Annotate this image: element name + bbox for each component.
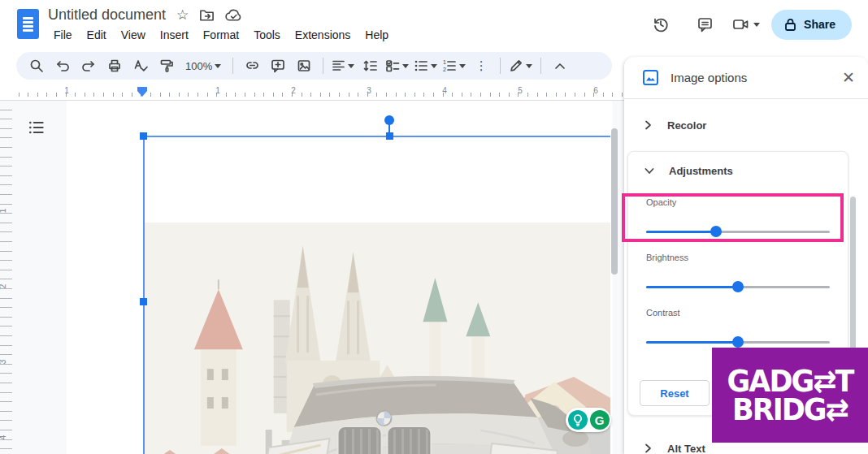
indent-marker[interactable]	[137, 87, 147, 97]
menu-format[interactable]: Format	[197, 27, 245, 43]
v-ruler-mark: 4	[0, 435, 7, 440]
suggestion-lightbulb-icon[interactable]	[568, 410, 588, 430]
rotation-handle[interactable]	[384, 115, 394, 125]
show-outline-button[interactable]	[28, 116, 50, 139]
menu-edit[interactable]: Edit	[81, 27, 112, 43]
share-button[interactable]: Share	[771, 10, 852, 40]
document-image[interactable]: M XA134E	[144, 223, 610, 454]
section-adjustments[interactable]: Adjustments	[628, 152, 848, 189]
more-options-button[interactable]: ⋮	[471, 55, 492, 76]
chevron-down-icon	[644, 166, 654, 175]
join-call-button[interactable]	[732, 17, 760, 32]
history-icon	[652, 15, 670, 33]
undo-icon	[55, 58, 70, 73]
horizontal-ruler: 1123456	[0, 85, 624, 101]
chevron-right-icon	[644, 443, 653, 453]
menu-file[interactable]: File	[48, 27, 78, 43]
gadget-bridge-watermark: GADG⇄T BRIDG⇄	[712, 348, 868, 443]
spell-check-button[interactable]	[130, 55, 151, 76]
toolbar-divider	[323, 58, 323, 74]
editing-mode-button[interactable]	[509, 55, 532, 76]
bulleted-list-button[interactable]	[414, 55, 437, 76]
menu-extensions[interactable]: Extensions	[289, 27, 356, 43]
toolbar-divider	[500, 58, 501, 74]
align-left-icon	[332, 59, 345, 72]
document-scrollbar[interactable]	[611, 128, 618, 275]
contrast-slider[interactable]	[646, 336, 830, 348]
chevron-down-icon	[459, 64, 466, 68]
contrast-label: Contrast	[646, 308, 680, 318]
panel-title: Image options	[671, 71, 831, 84]
google-docs-logo[interactable]	[17, 9, 39, 39]
h-ruler-mark: 1	[215, 86, 220, 95]
search-menus-button[interactable]	[26, 55, 47, 76]
insert-image-button[interactable]	[293, 55, 315, 76]
cloud-saved-icon[interactable]	[225, 9, 242, 22]
svg-text:1: 1	[443, 59, 446, 65]
h-ruler-mark: 3	[367, 86, 371, 95]
bulleted-list-icon	[414, 59, 428, 72]
paint-format-button[interactable]	[156, 55, 177, 76]
numbered-list-icon: 1 2	[442, 59, 457, 72]
toolbar-divider	[232, 58, 233, 74]
section-recolor[interactable]: Recolor	[624, 106, 868, 145]
document-title[interactable]: Untitled document	[48, 6, 166, 24]
grammarly-icon[interactable]: G	[590, 410, 610, 430]
hide-menus-button[interactable]	[549, 55, 571, 76]
comment-icon	[697, 16, 714, 33]
add-comment-button[interactable]	[267, 55, 289, 76]
link-icon	[245, 58, 260, 73]
contrast-slider-thumb[interactable]	[732, 336, 744, 348]
h-ruler-mark: 5	[518, 86, 523, 95]
brightness-label: Brightness	[646, 253, 688, 262]
undo-button[interactable]	[52, 55, 73, 76]
checklist-button[interactable]	[385, 55, 409, 76]
menu-insert[interactable]: Insert	[154, 27, 194, 43]
numbered-list-button[interactable]: 1 2	[442, 55, 466, 76]
redo-button[interactable]	[78, 55, 99, 76]
line-spacing-button[interactable]	[359, 55, 380, 76]
spellcheck-icon	[133, 58, 148, 73]
chevron-down-icon	[431, 64, 437, 68]
brightness-slider-thumb[interactable]	[732, 281, 744, 292]
move-folder-icon	[199, 9, 215, 22]
menu-tools[interactable]: Tools	[248, 27, 286, 43]
menu-help[interactable]: Help	[359, 27, 394, 43]
insert-image-icon	[297, 58, 311, 73]
selection-handle-middle-left[interactable]	[140, 298, 147, 305]
chevron-right-icon	[644, 120, 653, 130]
insert-link-button[interactable]	[241, 55, 263, 76]
star-icon[interactable]: ☆	[176, 6, 189, 24]
svg-text:2: 2	[443, 67, 446, 72]
redo-icon	[81, 58, 96, 73]
version-history-button[interactable]	[644, 8, 677, 41]
comments-button[interactable]	[688, 8, 721, 41]
assistant-badges: G	[566, 408, 611, 432]
zoom-select[interactable]: 100%	[182, 55, 224, 76]
selection-handle-top-left[interactable]	[140, 132, 147, 140]
opacity-slider[interactable]	[646, 226, 830, 237]
print-button[interactable]	[104, 55, 125, 76]
print-icon	[107, 58, 122, 73]
panel-header: Image options ✕	[624, 57, 868, 99]
brightness-slider[interactable]	[646, 281, 830, 292]
menu-view[interactable]: View	[115, 27, 151, 43]
h-ruler-mark: 4	[442, 86, 447, 95]
h-ruler-mark: 1	[64, 86, 69, 95]
move-folder-icon[interactable]	[199, 9, 215, 22]
vertical-ruler: 1234	[0, 101, 12, 454]
chevron-down-icon	[215, 64, 221, 68]
opacity-slider-thumb[interactable]	[710, 226, 722, 237]
share-label: Share	[804, 18, 835, 31]
v-ruler-mark: 2	[0, 284, 7, 289]
top-bar: Untitled document ☆ File Edit View Inser…	[0, 0, 868, 49]
chevron-down-icon	[753, 23, 760, 27]
menu-bar: File Edit View Insert Format Tools Exten…	[48, 27, 394, 43]
close-panel-button[interactable]: ✕	[842, 68, 855, 87]
reset-button[interactable]: Reset	[640, 380, 710, 406]
align-button[interactable]	[332, 55, 354, 76]
image-options-icon	[642, 69, 659, 86]
h-ruler-mark: 2	[291, 86, 296, 95]
line-spacing-icon	[362, 59, 377, 72]
v-ruler-mark: 1	[0, 209, 7, 214]
